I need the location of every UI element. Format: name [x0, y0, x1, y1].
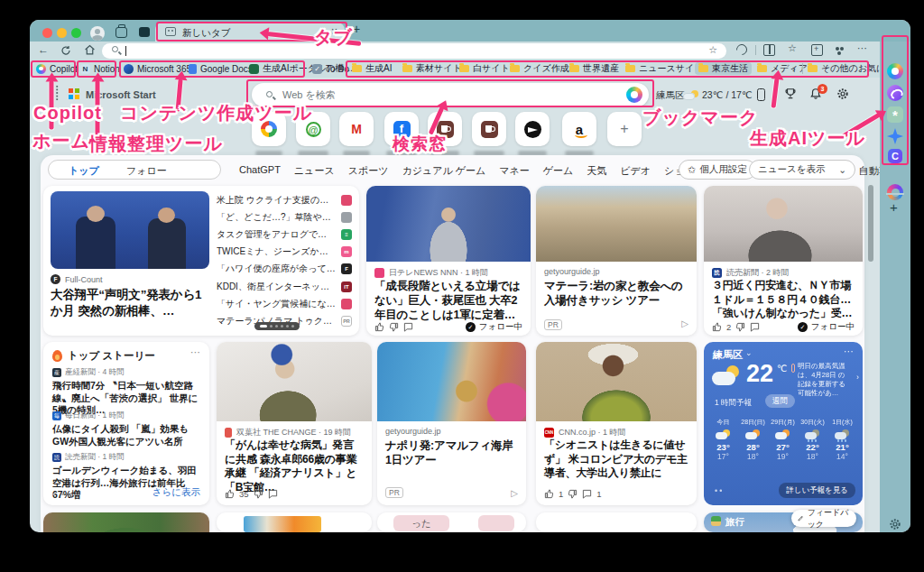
thumb-down-icon[interactable] [568, 489, 578, 499]
tab-video[interactable]: ビデオ [620, 164, 651, 178]
quicklink-travel[interactable] [515, 112, 550, 146]
weather-temps[interactable]: 23℃ / 17℃ [702, 89, 753, 100]
forecast-day[interactable]: 30日(火) 22°18° [798, 418, 827, 461]
mobile-icon[interactable] [757, 88, 765, 101]
mac-close-button[interactable] [42, 28, 52, 38]
list-item[interactable]: 「ど、どこだ…?」草陰や護岸の緑… [217, 208, 352, 226]
workspaces-icon[interactable] [116, 27, 127, 38]
tab-games[interactable]: ゲーム [543, 164, 574, 178]
bookmark-folder-heritage[interactable]: 世界遺産 [569, 62, 619, 75]
news-display-dropdown[interactable]: ニュースを表示 ⌄ [749, 160, 855, 180]
copilot-icon[interactable] [626, 87, 642, 103]
article-headline[interactable]: 「シオニストは生きるに値せず」 米コロンビア大のデモ主導者、大学出入り禁止に [544, 438, 688, 481]
comment-icon[interactable] [750, 322, 760, 332]
thumb-down-icon[interactable] [389, 322, 399, 332]
weather-tab-weekly[interactable]: 週間 [765, 394, 795, 408]
list-item[interactable]: TWICEミナ、ジーンズから水着チラ…m [217, 244, 352, 261]
tab-casual-games[interactable]: カジュアル ゲーム [402, 164, 485, 178]
ad-info-icon[interactable]: ▷ [681, 318, 688, 328]
card-ohtani-carousel[interactable]: F Full-Count 大谷翔平“声明文”発表から1か月 突然の新相棒、… 米… [43, 186, 359, 336]
quicklink-cafe-2[interactable] [472, 112, 506, 146]
list-item[interactable]: タスク管理をアナログでやる意味、…≡ [217, 226, 352, 243]
article-headline[interactable]: 「がんは幸せな病気」発言に共感 森永卓郎66歳の事業承継 「経済アナリスト」と「… [225, 438, 364, 494]
list-item[interactable]: KDDI、衛星インターネット「Starli…IT [217, 278, 352, 295]
show-more-link[interactable]: さらに表示 [152, 486, 200, 499]
list-item[interactable]: 米上院 ウクライナ支援の緊急予算案… [217, 191, 352, 208]
tab-chatgpt[interactable]: ChatGPT [239, 164, 281, 178]
extensions-icon[interactable] [836, 47, 839, 51]
card-partial-matcha[interactable] [43, 512, 209, 532]
bookmark-google-docs[interactable]: Google Docs [189, 62, 253, 75]
collections-icon[interactable] [811, 44, 823, 56]
personalize-button[interactable]: ✩ 個人用設定 [679, 160, 756, 180]
tab-news[interactable]: ニュース [294, 164, 335, 178]
bookmark-folder-newssite[interactable]: ニュースサイト [625, 62, 703, 75]
sidebar-add-icon[interactable]: + [890, 199, 898, 215]
card-partial-ad[interactable] [217, 512, 372, 532]
tab-top[interactable]: トップ [69, 164, 99, 178]
address-bar[interactable]: ☆ [102, 43, 726, 59]
ad-info-icon[interactable]: ▷ [511, 488, 518, 498]
card-amalfi-ad[interactable]: getyourguide.jp ナポリ発:アマルフィ海岸 1日ツアー PR ▷ [377, 342, 526, 505]
card-top-stories[interactable]: トップ ストーリー ⋯ 産産経新聞 · 4 時間 飛行時間7分 〝日本一短い航空… [43, 342, 209, 505]
article-headline[interactable]: 「成長段階といえる立場ではない」巨人・萩尾匡也 大卒2年目のことしは1軍に定着… [374, 279, 522, 322]
bookmark-folder-quiz[interactable]: クイズ作成 [510, 62, 569, 75]
card-hagio[interactable]: 日テレNEWS NNN · 1 時間 「成長段階といえる立場ではない」巨人・萩尾… [366, 186, 531, 336]
weather-note[interactable]: 明日の最高気温は、4月28日 の記録を更新する可能性があ… [798, 362, 850, 398]
tab-follow[interactable]: フォロー [126, 164, 167, 178]
tab-money[interactable]: マネー [499, 164, 530, 178]
comment-icon[interactable] [582, 489, 592, 499]
follow-status[interactable]: ✓フォロー中 [798, 321, 855, 333]
card-matera-ad[interactable]: getyourguide.jp マテーラ:岩の家と教会への入場付きサッシ ツアー… [536, 186, 697, 336]
card-yen-rate[interactable]: 読 読売新聞 · 2 時間 ３円近く円安進む、ＮＹ市場 １ドル＝１５８円４０銭台… [704, 186, 863, 336]
more-menu-icon[interactable]: ⋯ [844, 346, 854, 357]
forecast-day[interactable]: 28日(日) 28°18° [738, 418, 768, 461]
gemini-icon[interactable] [887, 184, 903, 200]
reload-icon[interactable] [60, 45, 71, 56]
bookmarks-overflow-chevron[interactable]: › [792, 62, 796, 75]
card-partial-blank[interactable] [536, 512, 697, 532]
weather-location[interactable]: 練馬区 [713, 348, 743, 362]
copilot-icon[interactable] [887, 63, 903, 79]
rewards-icon[interactable] [784, 88, 797, 100]
bookmark-folder-tokyolife[interactable]: 東京生活 [695, 62, 752, 75]
top-story-item[interactable]: 産産経新聞 · 4 時間 飛行時間7分 〝日本一短い航空路線〟廃止へ「苦渋の選択… [52, 367, 200, 417]
weather-widget[interactable]: 練馬区 ⌄ ⋯ 22 ℃ 明日の最高気温は、4月28日 の記録を更新する可能性が… [704, 342, 863, 505]
forecast-day[interactable]: 今日 23°17° [708, 418, 738, 461]
detailed-forecast-button[interactable]: 詳しい予報を見る [779, 483, 855, 498]
tab-sports[interactable]: スポーツ [348, 164, 389, 178]
top-story-item[interactable]: 毎毎日新聞 · 1 時間 仏像にタイ人殺到 「嵐」効果も GW外国人観光客にアツ… [52, 411, 200, 447]
weather-location[interactable]: 練馬区 [656, 89, 685, 102]
bookmark-todo[interactable]: ✓ To Do [312, 62, 349, 75]
card-morinaga[interactable]: 双葉社 THE CHANGE · 19 時間 「がんは幸せな病気」発言に共感 森… [217, 342, 372, 505]
ad-headline[interactable]: マテーラ:岩の家と教会への入場付きサッシ ツアー [544, 279, 688, 308]
profile-avatar[interactable] [90, 26, 105, 41]
new-tab-button[interactable]: + [353, 22, 360, 36]
split-screen-icon[interactable] [763, 44, 775, 56]
tab-actions-icon[interactable] [139, 27, 150, 37]
quicklink-gmail[interactable]: M [339, 112, 374, 146]
bookmark-folder-materials[interactable]: 素材サイト [402, 62, 462, 75]
favorite-star-icon[interactable]: ☆ [708, 44, 717, 56]
home-icon[interactable] [84, 44, 96, 56]
card-cnn[interactable]: CNN CNN.co.jp · 1 時間 「シオニストは生きるに値せず」 米コロ… [536, 342, 697, 505]
page-settings-gear-icon[interactable] [836, 88, 849, 100]
quicklink-amazon[interactable]: a [562, 112, 596, 146]
quicklink-add[interactable]: + [607, 112, 642, 146]
chevron-down-icon[interactable]: ⌄ [745, 348, 753, 357]
mac-minimize-button[interactable] [57, 28, 67, 38]
weather-tab-hourly[interactable]: 1 時間予報 [715, 398, 752, 409]
carousel-pagination[interactable] [254, 322, 300, 330]
browser-essentials-icon[interactable] [735, 42, 750, 58]
sidebar-settings-gear-icon[interactable] [889, 518, 901, 530]
claude-icon[interactable]: C [888, 149, 902, 163]
chevron-right-icon[interactable]: › [856, 373, 859, 382]
tab-weather[interactable]: 天気 [587, 164, 606, 178]
bookmark-folder-genai[interactable]: 生成AI [352, 62, 392, 75]
mac-zoom-button[interactable] [71, 28, 81, 38]
comment-icon[interactable] [403, 322, 413, 332]
forecast-day[interactable]: 29日(月) 27°19° [768, 418, 798, 461]
forecast-day[interactable]: 1日(水) 21°14° [827, 418, 857, 461]
back-icon[interactable]: ← [38, 43, 49, 56]
ad-headline[interactable]: ナポリ発:アマルフィ海岸 1日ツアー [385, 438, 517, 467]
